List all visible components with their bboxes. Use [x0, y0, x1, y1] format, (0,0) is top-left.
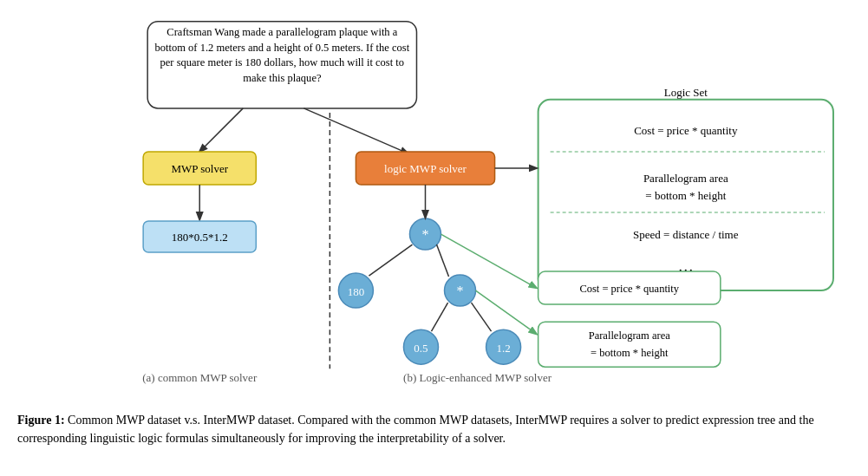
svg-line-3 — [303, 108, 408, 153]
caption-text: Common MWP dataset v.s. InterMWP dataset… — [17, 414, 814, 445]
node-12: 1.2 — [496, 342, 510, 355]
svg-line-21 — [472, 303, 492, 331]
result-label: 180*0.5*1.2 — [172, 231, 228, 244]
logic-item-3: Speed = distance / time — [633, 228, 739, 241]
bubble-cost: Cost = price * quantity — [579, 283, 679, 295]
logic-item-2b: = bottom * height — [645, 189, 726, 202]
node-star2: * — [457, 284, 464, 298]
label-a: (a) common MWP solver — [142, 371, 258, 384]
problem-text: Craftsman Wang made a parallelogram plaq… — [152, 25, 412, 86]
main-container: Craftsman Wang made a parallelogram plaq… — [0, 0, 868, 456]
label-b: (b) Logic-enhanced MWP solver — [403, 371, 552, 384]
figure-caption: Figure 1: Common MWP dataset v.s. InterM… — [17, 411, 851, 447]
bubble-para-a: Parallelogram area — [589, 329, 670, 342]
svg-rect-24 — [538, 322, 721, 367]
bubble-para-b: = bottom * height — [591, 347, 669, 359]
logic-item-1: Cost = price * quantity — [634, 124, 738, 137]
svg-line-17 — [437, 245, 449, 277]
svg-line-16 — [369, 245, 412, 276]
logic-mwp-solver-label: logic MWP solver — [384, 162, 467, 175]
logic-item-2a: Parallelogram area — [643, 172, 728, 185]
node-star1: * — [421, 227, 428, 242]
mwp-solver-label: MWP solver — [171, 162, 228, 175]
svg-line-20 — [431, 303, 447, 331]
figure-prefix: Figure 1: — [17, 414, 65, 427]
node-180: 180 — [348, 285, 364, 298]
node-05: 0.5 — [414, 342, 427, 355]
svg-line-25 — [476, 290, 537, 334]
svg-line-2 — [199, 108, 243, 152]
diagram-area: Craftsman Wang made a parallelogram plaq… — [17, 9, 851, 408]
logic-set-label: Logic Set — [664, 86, 708, 99]
diagram-svg: Craftsman Wang made a parallelogram plaq… — [17, 9, 851, 408]
